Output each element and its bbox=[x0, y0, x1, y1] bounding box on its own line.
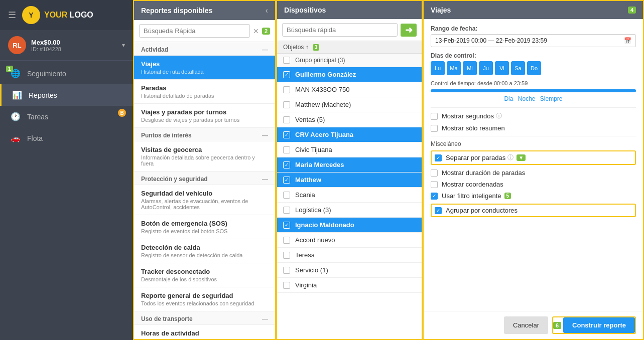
build-report-button[interactable]: Construir reporte bbox=[563, 317, 635, 333]
checkbox-duracion-paradas: Mostrar duración de paradas bbox=[431, 169, 636, 177]
report-title-geocerca: Visitas de geocerca bbox=[141, 146, 268, 153]
report-item-paradas[interactable]: Paradas Historial detallado de paradas bbox=[134, 80, 275, 104]
sidebar-item-tareas[interactable]: 🕐 Tareas B bbox=[0, 106, 133, 127]
date-range-input[interactable]: 13-Feb-2019 00:00 — 22-Feb-2019 23:59 📅 bbox=[431, 34, 636, 47]
cancel-button[interactable]: Cancelar bbox=[504, 316, 548, 334]
device-item-crv[interactable]: ✓ CRV Acero Tijuana bbox=[277, 127, 422, 142]
sidebar-item-reportes[interactable]: 📊 Reportes bbox=[0, 84, 133, 106]
cb-solo-resumen[interactable] bbox=[431, 125, 438, 132]
reports-title: Reportes disponibles bbox=[141, 7, 212, 15]
device-checkbox-civic bbox=[283, 146, 290, 153]
day-btn-ma[interactable]: Ma bbox=[447, 61, 461, 75]
miscelaneo-label: Misceláneo bbox=[431, 140, 636, 147]
device-item-man[interactable]: MAN X433OO 750 bbox=[277, 82, 422, 97]
day-btn-do[interactable]: Do bbox=[527, 61, 541, 75]
reports-panel: Reportes disponibles ‹ ✕ 2 Actividad — V… bbox=[133, 0, 276, 340]
date-range-value: 13-Feb-2019 00:00 — 22-Feb-2019 23:59 bbox=[435, 37, 547, 44]
day-btn-vi[interactable]: Vi bbox=[495, 61, 509, 75]
device-item-ignacio[interactable]: ✓ Ignacio Maldonado bbox=[277, 218, 422, 233]
device-item-matthew[interactable]: ✓ Matthew bbox=[277, 173, 422, 188]
nav-items: 🌐 Seguimiento 1 📊 Reportes 🕐 Tareas B 🚗 … bbox=[0, 61, 133, 340]
time-link-siempre[interactable]: Siempre bbox=[540, 95, 563, 102]
user-amount: Mex$0.00 bbox=[31, 39, 122, 46]
device-item-accord[interactable]: Accord nuevo bbox=[277, 233, 422, 248]
collapse-seguridad-icon[interactable]: — bbox=[262, 176, 268, 183]
device-item-civic[interactable]: Civic Tijuana bbox=[277, 142, 422, 157]
day-btn-ju[interactable]: Ju bbox=[479, 61, 493, 75]
report-item-caida[interactable]: Detección de caida Registro de sensor de… bbox=[134, 239, 275, 263]
date-range-label: Rango de fecha: bbox=[431, 25, 636, 32]
cb-agrupar-conductores[interactable]: ✓ bbox=[435, 207, 442, 214]
device-name-ignacio: Ignacio Maldonado bbox=[295, 221, 354, 229]
time-slider-fill bbox=[431, 89, 636, 92]
collapse-transporte-icon[interactable]: — bbox=[262, 315, 268, 322]
cb-label-filtro-inteligente: Usar filtro inteligente bbox=[442, 192, 501, 200]
user-id: ID: #104228 bbox=[31, 46, 122, 52]
cb-label-agrupar-conductores: Agrupar por conductores bbox=[446, 207, 518, 214]
report-item-seguridad-vehiculo[interactable]: Seguridad del vehículo Alarmas, alertas … bbox=[134, 185, 275, 215]
device-item-maria[interactable]: ✓ Maria Mercedes bbox=[277, 157, 422, 173]
device-checkbox-ventas bbox=[283, 116, 290, 123]
device-item-virginia[interactable]: Virginia bbox=[277, 278, 422, 293]
report-desc-paradas: Historial detallado de paradas bbox=[141, 93, 268, 99]
time-link-noche[interactable]: Noche bbox=[518, 95, 536, 102]
section-transporte: Uso de transporte — bbox=[134, 311, 275, 325]
cb-label-solo-resumen: Mostrar sólo resumen bbox=[442, 124, 505, 132]
checkbox-mostrar-segundos: Mostrar segundos ⓘ bbox=[431, 112, 636, 120]
reports-search-input[interactable] bbox=[139, 24, 250, 38]
device-item-matthew-machete[interactable]: Matthew (Machete) bbox=[277, 97, 422, 112]
report-item-horas[interactable]: Horas de actividad El tiempo en movimien… bbox=[134, 325, 275, 339]
collapse-reports-icon[interactable]: ‹ bbox=[266, 6, 268, 15]
report-title-horas: Horas de actividad bbox=[141, 329, 268, 337]
day-btn-lu[interactable]: Lu bbox=[431, 61, 445, 75]
user-dropdown-arrow[interactable]: ▾ bbox=[122, 42, 125, 49]
cb-coordenadas[interactable] bbox=[431, 181, 438, 188]
device-checkbox-logistica bbox=[283, 207, 290, 214]
cb-mostrar-segundos[interactable] bbox=[431, 113, 438, 120]
divider1 bbox=[431, 107, 636, 108]
calendar-icon[interactable]: 📅 bbox=[624, 37, 631, 44]
search-clear-icon[interactable]: ✕ bbox=[253, 27, 259, 35]
days-label: Dias de control: bbox=[431, 52, 636, 59]
device-checkbox-maria: ✓ bbox=[283, 161, 290, 168]
reports-search-box: ✕ 2 bbox=[134, 20, 275, 42]
time-slider-track[interactable] bbox=[431, 89, 636, 92]
report-item-tracker[interactable]: Tracker desconectado Desmontaje de los d… bbox=[134, 263, 275, 287]
device-name-teresa: Teresa bbox=[295, 251, 315, 259]
grupo-principal-checkbox[interactable] bbox=[283, 57, 290, 64]
section-seguridad: Protección y seguridad — bbox=[134, 172, 275, 185]
report-item-viajes[interactable]: Viajes Historial de ruta detallada bbox=[134, 56, 275, 80]
device-checkbox-guillermo: ✓ bbox=[283, 71, 290, 78]
report-item-viajes-turnos[interactable]: Viajes y paradas por turnos Desglose de … bbox=[134, 104, 275, 128]
device-item-servicio[interactable]: Servicio (1) bbox=[277, 263, 422, 278]
device-checkbox-ignacio: ✓ bbox=[283, 222, 290, 229]
sidebar-item-flota[interactable]: 🚗 Flota bbox=[0, 127, 133, 149]
sidebar-item-seguimiento[interactable]: 🌐 Seguimiento 1 bbox=[0, 63, 133, 84]
collapse-puntos-icon[interactable]: — bbox=[262, 132, 268, 139]
time-control-label: Control de tiempo: desde 00:00 a 23:59 bbox=[431, 80, 636, 86]
device-item-ventas[interactable]: Ventas (5) bbox=[277, 112, 422, 127]
devices-list: ✓ Guillermo González MAN X433OO 750 Matt… bbox=[277, 67, 422, 339]
cb-filtro-inteligente[interactable]: ✓ bbox=[431, 193, 438, 200]
report-item-sos[interactable]: Botón de emergencia (SOS) Registro de ev… bbox=[134, 215, 275, 239]
collapse-actividad-icon[interactable]: — bbox=[262, 46, 268, 53]
day-btn-sa[interactable]: Sa bbox=[511, 61, 525, 75]
cb-separar-paradas[interactable]: ✓ bbox=[435, 154, 442, 161]
report-item-geocerca[interactable]: Visitas de geocerca Información detallad… bbox=[134, 141, 275, 172]
grupo-principal-row[interactable]: Grupo principal (3) bbox=[277, 54, 422, 67]
report-title-viajes: Viajes bbox=[141, 60, 268, 68]
device-item-guillermo[interactable]: ✓ Guillermo González bbox=[277, 67, 422, 82]
devices-search-input[interactable] bbox=[282, 23, 398, 37]
time-control-group: Control de tiempo: desde 00:00 a 23:59 D… bbox=[431, 80, 636, 102]
device-item-logistica[interactable]: Logística (3) bbox=[277, 203, 422, 218]
section-puntos: Puntos de interés — bbox=[134, 128, 275, 141]
day-btn-mi[interactable]: Mi bbox=[463, 61, 477, 75]
cb-label-mostrar-segundos: Mostrar segundos bbox=[442, 112, 494, 120]
device-item-scania[interactable]: Scania bbox=[277, 188, 422, 203]
hamburger-icon[interactable]: ☰ bbox=[8, 10, 16, 21]
report-item-reporte-seguridad[interactable]: Reporte general de seguridad Todos los e… bbox=[134, 287, 275, 311]
cb-duracion-paradas[interactable] bbox=[431, 169, 438, 177]
device-item-teresa[interactable]: Teresa bbox=[277, 248, 422, 263]
time-link-dia[interactable]: Dia bbox=[504, 95, 513, 102]
device-name-guillermo: Guillermo González bbox=[295, 71, 356, 78]
